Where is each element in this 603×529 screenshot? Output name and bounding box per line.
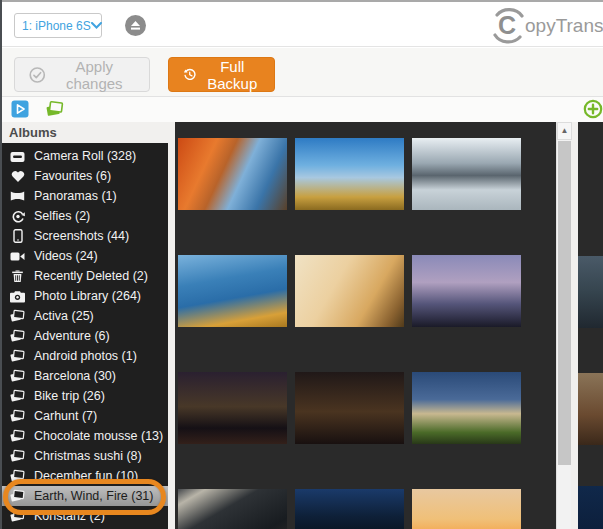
album-item-panoramas-1[interactable]: Panoramas (1) bbox=[2, 186, 168, 206]
album-item-barcelona-30[interactable]: Barcelona (30) bbox=[2, 366, 168, 386]
video-icon bbox=[10, 249, 25, 263]
phone-icon bbox=[10, 229, 25, 243]
album-item-konstanz-2[interactable]: Konstanz (2) bbox=[2, 506, 168, 526]
eject-device-button[interactable] bbox=[125, 15, 146, 36]
panorama-icon bbox=[10, 189, 25, 203]
window-top-edge bbox=[0, 0, 603, 2]
album-item-label: Konstanz (2) bbox=[34, 509, 105, 523]
backup-history-icon bbox=[183, 65, 196, 84]
full-backup-button[interactable]: Full Backup bbox=[168, 57, 275, 92]
window-left-edge bbox=[0, 0, 2, 529]
album-item-selfies-2[interactable]: Selfies (2) bbox=[2, 206, 168, 226]
photo-thumbnail[interactable] bbox=[412, 138, 521, 210]
new-album-button[interactable] bbox=[45, 100, 65, 118]
album-item-label: Recently Deleted (2) bbox=[34, 269, 148, 283]
photo-grid-scrollbar[interactable]: ▲ bbox=[556, 122, 571, 529]
album-item-android-photos-1[interactable]: Android photos (1) bbox=[2, 346, 168, 366]
album-item-adventure-6[interactable]: Adventure (6) bbox=[2, 326, 168, 346]
album-icon bbox=[10, 369, 25, 383]
album-item-label: Screenshots (44) bbox=[34, 229, 129, 243]
check-circle-icon bbox=[29, 65, 46, 85]
pc-photo-thumbnail-partial[interactable] bbox=[578, 486, 603, 529]
photo-thumbnail[interactable] bbox=[412, 489, 521, 529]
copytrans-logo-mark: C bbox=[491, 8, 525, 44]
album-icon bbox=[10, 409, 25, 423]
album-item-photo-library-264[interactable]: Photo Library (264) bbox=[2, 286, 168, 306]
photo-thumbnail[interactable] bbox=[178, 255, 287, 327]
top-bar: 1: iPhone 6S C opyTrans Ph bbox=[2, 2, 603, 47]
scrollbar-up-button[interactable]: ▲ bbox=[557, 122, 572, 140]
album-item-carhunt-7[interactable]: Carhunt (7) bbox=[2, 406, 168, 426]
apply-changes-label: Apply changes bbox=[54, 58, 135, 92]
album-item-christmas-sushi-8[interactable]: Christmas sushi (8) bbox=[2, 446, 168, 466]
trash-icon bbox=[10, 269, 25, 283]
photo-thumbnail[interactable] bbox=[295, 255, 404, 327]
copytrans-photo-window: 1: iPhone 6S C opyTrans Ph Apply changes… bbox=[0, 0, 603, 529]
photo-stack-green-icon bbox=[45, 100, 65, 118]
add-photos-button[interactable] bbox=[583, 99, 603, 119]
copytrans-logo: C opyTrans Ph bbox=[491, 6, 603, 46]
album-item-earth-wind-fire-31[interactable]: Earth, Wind, Fire (31) bbox=[2, 486, 168, 506]
album-item-activa-25[interactable]: Activa (25) bbox=[2, 306, 168, 326]
album-item-recently-deleted-2[interactable]: Recently Deleted (2) bbox=[2, 266, 168, 286]
photo-thumbnail[interactable] bbox=[412, 255, 521, 327]
apply-changes-button[interactable]: Apply changes bbox=[14, 57, 150, 92]
device-selector-dropdown[interactable]: 1: iPhone 6S bbox=[14, 13, 102, 38]
selfie-icon bbox=[10, 209, 25, 223]
photo-thumbnail[interactable] bbox=[178, 489, 287, 529]
album-icon bbox=[10, 509, 25, 523]
photo-thumbnail[interactable] bbox=[178, 138, 287, 210]
album-item-label: Panoramas (1) bbox=[34, 189, 117, 203]
album-item-label: Videos (24) bbox=[34, 249, 98, 263]
album-item-label: December fun (10) bbox=[34, 469, 138, 483]
albums-sidebar: Camera Roll (328) Favourites (6) Panoram… bbox=[2, 143, 168, 529]
scrollbar-thumb[interactable] bbox=[558, 141, 571, 465]
pc-photo-panel-partial bbox=[578, 122, 603, 529]
full-backup-label: Full Backup bbox=[204, 58, 260, 92]
pc-photo-thumbnail-partial[interactable] bbox=[578, 256, 603, 328]
album-item-camera-roll-328[interactable]: Camera Roll (328) bbox=[2, 146, 168, 166]
album-item-label: Selfies (2) bbox=[34, 209, 90, 223]
album-item-label: Favourites (6) bbox=[34, 169, 111, 183]
logo-initial: C bbox=[498, 11, 516, 40]
album-item-label: Adventure (6) bbox=[34, 329, 110, 343]
heart-icon bbox=[10, 169, 25, 183]
album-item-label: Christmas sushi (8) bbox=[34, 449, 142, 463]
main-content: Albums Camera Roll (328) Favourites (6) … bbox=[2, 122, 603, 529]
play-icon bbox=[11, 100, 29, 118]
album-item-bike-trip-26[interactable]: Bike trip (26) bbox=[2, 386, 168, 406]
photo-thumbnail[interactable] bbox=[412, 372, 521, 444]
action-bar: Apply changes Full Backup bbox=[2, 48, 603, 97]
album-icon bbox=[10, 309, 25, 323]
photo-thumbnail[interactable] bbox=[295, 138, 404, 210]
album-item-videos-24[interactable]: Videos (24) bbox=[2, 246, 168, 266]
album-item-screenshots-44[interactable]: Screenshots (44) bbox=[2, 226, 168, 246]
logo-text: opyTrans bbox=[525, 15, 603, 37]
secondary-toolbar bbox=[2, 97, 603, 122]
slideshow-play-button[interactable] bbox=[11, 100, 29, 118]
photo-thumbnail[interactable] bbox=[295, 372, 404, 444]
photo-thumbnail[interactable] bbox=[178, 372, 287, 444]
album-item-chocolate-mousse-13[interactable]: Chocolate mousse (13) bbox=[2, 426, 168, 446]
album-item-label: Android photos (1) bbox=[34, 349, 137, 363]
device-photo-panel bbox=[175, 122, 556, 529]
album-item-label: Bike trip (26) bbox=[34, 389, 105, 403]
album-item-label: Carhunt (7) bbox=[34, 409, 97, 423]
album-icon bbox=[10, 349, 25, 363]
photo-grid bbox=[175, 122, 556, 529]
camera-roll-icon bbox=[10, 149, 25, 163]
album-icon bbox=[10, 489, 25, 503]
album-item-label: Camera Roll (328) bbox=[34, 149, 136, 163]
album-item-favourites-6[interactable]: Favourites (6) bbox=[2, 166, 168, 186]
album-item-label: Chocolate mousse (13) bbox=[34, 429, 163, 443]
album-item-label: Earth, Wind, Fire (31) bbox=[34, 489, 153, 503]
album-icon bbox=[10, 389, 25, 403]
pc-photo-thumbnail-partial[interactable] bbox=[578, 373, 603, 445]
album-icon bbox=[10, 469, 25, 483]
album-list: Camera Roll (328) Favourites (6) Panoram… bbox=[2, 146, 168, 526]
albums-header: Albums bbox=[2, 122, 175, 143]
photo-thumbnail[interactable] bbox=[295, 489, 404, 529]
album-item-label: Barcelona (30) bbox=[34, 369, 116, 383]
album-item-december-fun-10[interactable]: December fun (10) bbox=[2, 466, 168, 486]
camera-icon bbox=[10, 289, 25, 303]
